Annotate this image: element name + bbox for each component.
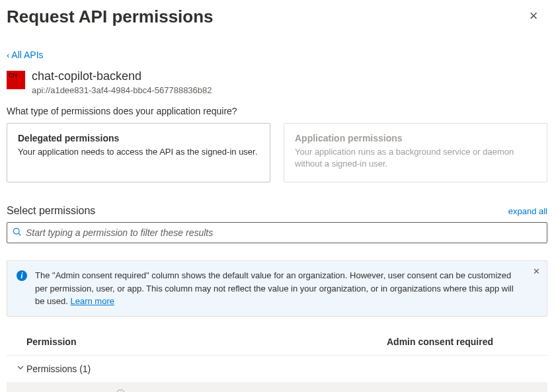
app-icon: CH xyxy=(7,71,25,89)
info-icon[interactable]: i xyxy=(116,389,125,392)
permission-group-row[interactable]: Permissions (1) xyxy=(7,355,547,382)
select-permissions-label: Select permissions xyxy=(7,205,95,217)
svg-point-0 xyxy=(13,228,19,234)
chevron-down-icon xyxy=(15,364,26,373)
back-link-label: All APIs xyxy=(11,50,43,60)
chevron-left-icon: ‹ xyxy=(7,50,9,60)
column-header-consent: Admin consent required xyxy=(387,336,547,347)
application-permissions-card[interactable]: Application permissions Your application… xyxy=(284,123,547,182)
info-banner: i The "Admin consent required" column sh… xyxy=(7,260,547,317)
permission-name: access_as_user xyxy=(50,389,112,392)
search-icon xyxy=(13,227,22,239)
dismiss-banner-icon[interactable]: ✕ xyxy=(533,266,540,276)
permission-search-input[interactable] xyxy=(7,222,547,243)
permission-type-question: What type of permissions does your appli… xyxy=(7,106,547,116)
app-identifier: api://a1dee831-3af4-4984-bbc4-567788836b… xyxy=(32,85,212,95)
delegated-permissions-card[interactable]: Delegated permissions Your application n… xyxy=(7,123,270,182)
card-desc: Your application runs as a background se… xyxy=(295,146,536,170)
permission-search-field[interactable] xyxy=(26,227,541,238)
card-title: Delegated permissions xyxy=(18,133,259,143)
close-icon[interactable]: ✕ xyxy=(524,7,543,26)
app-name: chat-copilot-backend xyxy=(32,69,212,83)
info-icon: i xyxy=(17,270,27,281)
expand-all-link[interactable]: expand all xyxy=(508,206,547,216)
permission-group-label: Permissions (1) xyxy=(26,364,91,374)
permission-item-row[interactable]: access_as_user i Access copilot chat as … xyxy=(7,382,547,392)
learn-more-link[interactable]: Learn more xyxy=(71,296,114,306)
card-title: Application permissions xyxy=(295,133,536,143)
info-banner-text: The "Admin consent required" column show… xyxy=(35,269,537,308)
page-title: Request API permissions xyxy=(7,7,214,27)
card-desc: Your application needs to access the API… xyxy=(18,146,259,158)
column-header-permission: Permission xyxy=(26,336,387,347)
svg-line-1 xyxy=(19,233,20,235)
back-link-all-apis[interactable]: ‹ All APIs xyxy=(7,50,44,60)
